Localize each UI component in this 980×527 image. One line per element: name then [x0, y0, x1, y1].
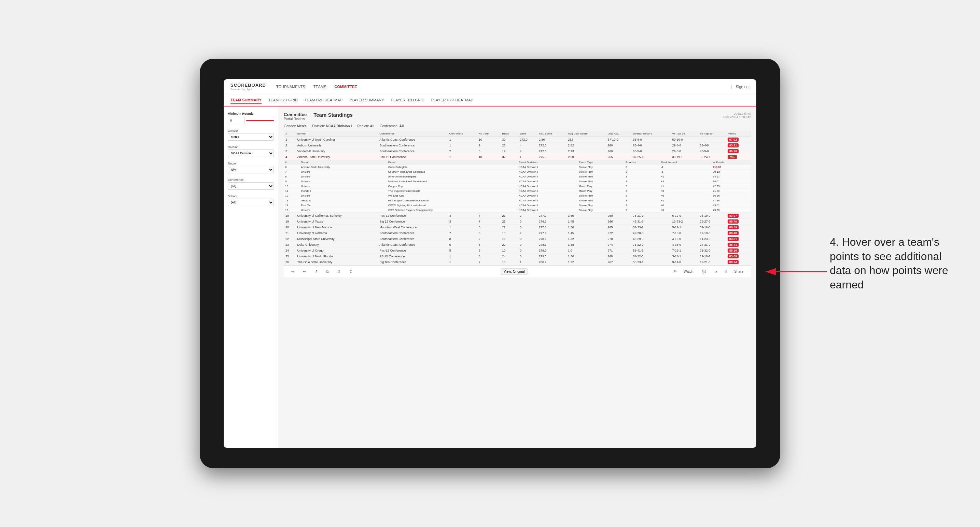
- expanded-header-row: # Team Event Event Division Event Type R…: [284, 160, 751, 213]
- list-item: 11Florida IThe Cypress Point ClassicNCAA…: [284, 189, 751, 194]
- list-item: 9UniversNational Invitational Tournament…: [284, 179, 751, 184]
- share-label[interactable]: Share: [732, 268, 745, 275]
- filter-division: Division: NCAA Division I: [312, 124, 352, 128]
- col-conference: Conference: [378, 131, 447, 137]
- gender-select[interactable]: Men's: [228, 133, 274, 141]
- main-content: Minimum Rounds Gender Men's Divi: [224, 106, 756, 448]
- subnav-player-summary[interactable]: PLAYER SUMMARY: [349, 97, 384, 103]
- filter-region: Region: All: [357, 124, 374, 128]
- list-item: 8UniversAmer An IntercollegiateNCAA Divi…: [284, 175, 751, 179]
- col-avg-low: Avg Low Score: [566, 131, 606, 137]
- undo-icon[interactable]: ↩: [289, 268, 296, 275]
- clock-icon[interactable]: ⏱: [347, 268, 355, 275]
- table-row: 25University of North FloridaASUN Confer…: [284, 254, 751, 259]
- division-label: Division: [228, 145, 274, 149]
- table-row: 24University of OregonPac-12 Conference5…: [284, 248, 751, 254]
- conference-select[interactable]: (All): [228, 182, 274, 190]
- expanded-inner-table: # Team Event Event Division Event Type R…: [284, 160, 751, 213]
- table-row: 3 Vanderbilt University Southeastern Con…: [284, 148, 751, 154]
- share-icon: ⬆: [725, 270, 727, 273]
- list-item: 12UniversWilliams CupNCAA Division IStro…: [284, 194, 751, 198]
- table-row: 21University of AlabamaSoutheastern Conf…: [284, 230, 751, 236]
- nav-teams[interactable]: TEAMS: [313, 83, 326, 90]
- list-item: 7UniversSouthern Highlands CollegiateNCA…: [284, 170, 751, 175]
- nav-committee[interactable]: COMMITTEE: [335, 83, 357, 90]
- col-bnds: Bnds: [501, 131, 518, 137]
- region-label: Region: [228, 162, 274, 165]
- minimum-rounds-section: Minimum Rounds: [228, 112, 274, 124]
- table-row-highlighted: 4 Arizona State University Pac-12 Confer…: [284, 154, 751, 160]
- col-rank: #: [284, 131, 295, 137]
- table-header-row: # School Conference Conf Rank No Tour Bn…: [284, 131, 751, 137]
- filter-gender: Gender: Men's: [284, 124, 307, 128]
- list-item: 6Arizona State UniversityCabo Collegiate…: [284, 165, 751, 170]
- table-row: 23Duke UniversityAtlantic Coast Conferen…: [284, 242, 751, 248]
- school-label: School: [228, 195, 274, 198]
- subnav-player-h2h-heatmap[interactable]: PLAYER H2H HEATMAP: [431, 97, 473, 103]
- tablet-device: SCOREBOARD Powered by clippi TOURNAMENTS…: [200, 59, 780, 468]
- comment-icon[interactable]: 💬: [700, 268, 708, 275]
- filter-bar: Gender: Men's Division: NCAA Division I …: [284, 124, 751, 128]
- table-row: 26The Ohio State UniversityBig Ten Confe…: [284, 259, 751, 265]
- view-original-button[interactable]: View: Original: [501, 268, 528, 275]
- col-points: Points: [726, 131, 751, 137]
- standings-table: # School Conference Conf Rank No Tour Bn…: [284, 131, 751, 265]
- settings-icon[interactable]: ⚙: [335, 268, 342, 275]
- list-item: 13GeorgiaBen Hogan Collegiate Invitation…: [284, 198, 751, 203]
- col-no-tour: No Tour: [477, 131, 501, 137]
- gender-label: Gender: [228, 129, 274, 132]
- subnav-player-h2h-grid[interactable]: PLAYER H2H GRID: [391, 97, 425, 103]
- portal-header: Committee Portal Review Team Standings U…: [284, 112, 751, 121]
- school-section: School (All): [228, 195, 274, 206]
- list-item: 10UniversCopper CupNCAA Division IMatch …: [284, 184, 751, 189]
- col-school: School: [295, 131, 378, 137]
- annotation-text: 4. Hover over a team's points to see add…: [830, 235, 959, 292]
- region-section: Region N/A: [228, 162, 274, 173]
- logo-area: SCOREBOARD Powered by clippi: [231, 83, 266, 91]
- portal-title-block: Committee Portal Review: [284, 112, 307, 121]
- watch-label[interactable]: Watch: [682, 268, 695, 275]
- minimum-rounds-label: Minimum Rounds: [228, 112, 274, 115]
- content-area: Committee Portal Review Team Standings U…: [278, 106, 756, 448]
- school-select[interactable]: (All): [228, 198, 274, 206]
- division-select[interactable]: NCAA Division I: [228, 149, 274, 157]
- table-row: 20University of New MexicoMountain West …: [284, 225, 751, 230]
- conference-section: Conference (All): [228, 178, 274, 190]
- table-row: 19University of TexasBig 12 Conference37…: [284, 219, 751, 225]
- subnav-team-h2h-heatmap[interactable]: TEAM H2H HEATMAP: [305, 97, 342, 103]
- min-rounds-input[interactable]: [228, 117, 245, 124]
- annotation-arrow: [759, 265, 827, 278]
- table-row: 18University of California, BerkeleyPac-…: [284, 213, 751, 219]
- col-adj-score: Adj. Score: [537, 131, 566, 137]
- col-vs-top50: Vs Top 50: [698, 131, 726, 137]
- conference-label: Conference: [228, 178, 274, 182]
- list-item: 14East TarOFCC Fighting Illini Invitatio…: [284, 203, 751, 208]
- col-low-adj: Low Adj.: [606, 131, 631, 137]
- col-overall: Overall Record: [631, 131, 670, 137]
- subnav-team-h2h-grid[interactable]: TEAM H2H GRID: [268, 97, 298, 103]
- region-select[interactable]: N/A: [228, 166, 274, 173]
- app-logo: SCOREBOARD: [231, 83, 266, 88]
- standings-title: Team Standings: [313, 112, 353, 118]
- copy-icon[interactable]: ⧉: [324, 268, 331, 275]
- expand-icon[interactable]: ⤢: [713, 268, 720, 275]
- table-row: 22Mississippi State UniversitySoutheaste…: [284, 236, 751, 242]
- list-item: 15Univers2023 Sahalee Players Championsh…: [284, 208, 751, 213]
- filter-conference: Conference: All: [380, 124, 404, 128]
- left-sidebar: Minimum Rounds Gender Men's Divi: [224, 106, 278, 448]
- update-time: Update time: 13/03/2024 10:03:42: [722, 112, 751, 119]
- redo-icon[interactable]: ↪: [301, 268, 308, 275]
- sign-out-button[interactable]: Sign out: [732, 85, 749, 89]
- eye-icon: 👁: [673, 270, 677, 273]
- app-logo-sub: Powered by clippi: [231, 88, 266, 91]
- annotation-container: 4. Hover over a team's points to see add…: [830, 235, 959, 292]
- main-nav: TOURNAMENTS TEAMS COMMITTEE: [276, 83, 727, 90]
- col-wins: Wins: [518, 131, 537, 137]
- refresh-icon[interactable]: ↺: [312, 268, 319, 275]
- subnav-team-summary[interactable]: TEAM SUMMARY: [231, 97, 262, 104]
- portal-title: Committee: [284, 112, 307, 117]
- nav-tournaments[interactable]: TOURNAMENTS: [276, 83, 305, 90]
- division-section: Division NCAA Division I: [228, 145, 274, 157]
- gender-section: Gender Men's: [228, 129, 274, 141]
- table-row: 1 University of North Carolina Atlantic …: [284, 137, 751, 143]
